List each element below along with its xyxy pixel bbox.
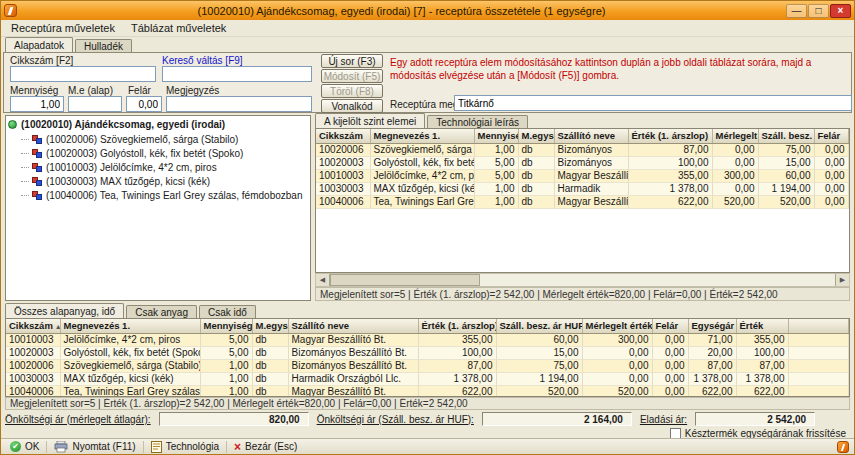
table-cell: Tea, Twinings Earl Grey szálas,	[60, 385, 200, 397]
scrollbar-thumb[interactable]	[330, 274, 480, 286]
table-cell: 0,00	[582, 346, 652, 359]
tab-csak-ido[interactable]: Csak idő	[199, 305, 256, 318]
table-cell: db	[518, 156, 554, 169]
tree-item[interactable]: (10040006) Tea, Twinings Earl Grey szála…	[6, 188, 310, 202]
column-header[interactable]: Érték	[736, 319, 788, 333]
table-row[interactable]: 10020006Szövegkiemelő, sárga (Stabilo)1,…	[316, 143, 850, 156]
column-header[interactable]: Mennyiség	[200, 319, 252, 333]
column-header[interactable]: Felár	[652, 319, 688, 333]
column-header[interactable]: Mérlegelt érték	[582, 319, 652, 333]
tree-item[interactable]: (10020006) Szövegkiemelő, sárga (Stabilo…	[6, 132, 310, 146]
table-row[interactable]: 10020006Szövegkiemelő, sárga (Stabilo)1,…	[6, 359, 849, 372]
modosit-button[interactable]: Módosít (F5)	[321, 69, 383, 83]
kereso-valtas-link[interactable]: Kereső váltás [F9]	[162, 55, 243, 66]
detail-status-text: Megjelenített sor=5 | Érték (1. árszlop)…	[315, 287, 850, 301]
menu-tablazat-muveletek[interactable]: Táblázat műveletek	[124, 21, 233, 35]
receptura-megnevezese-input[interactable]	[454, 95, 852, 111]
column-header[interactable]: Cikkszám	[316, 129, 370, 143]
tab-technologiai-leiras[interactable]: Technológiai leírás	[427, 115, 528, 128]
column-header[interactable]: Mérlegelt	[712, 129, 758, 143]
table-cell: 10030003	[316, 182, 370, 195]
column-header[interactable]: Érték (1. árszlop)	[628, 129, 712, 143]
column-header[interactable]: Megnevezés 1.	[370, 129, 474, 143]
me-input[interactable]	[68, 96, 122, 112]
bezar-button[interactable]: × Bezár (Esc)	[230, 440, 301, 454]
summary-tab-strip: Összes alapanyag, idő Csak anyag Csak id…	[5, 303, 850, 318]
tree-connector	[21, 139, 29, 140]
kereso-input[interactable]	[162, 66, 312, 82]
tray-app-icon[interactable]	[837, 441, 849, 453]
ok-check-icon: ✔	[10, 441, 21, 452]
table-cell: 1,00	[200, 372, 252, 385]
column-header[interactable]: Száll. besz. ár HUF	[496, 319, 582, 333]
ok-label: OK	[25, 441, 39, 452]
column-header[interactable]: Felár	[814, 129, 848, 143]
technologia-button[interactable]: Technológia	[147, 440, 223, 454]
cikkszam-input[interactable]	[10, 66, 156, 82]
table-row[interactable]: 10030003MAX tűzőgép, kicsi (kék)1,00dbHa…	[6, 372, 849, 385]
table-cell: 0,00	[652, 359, 688, 372]
table-cell: Szövegkiemelő, sárga (Stabilo)	[370, 143, 474, 156]
eladasi-ar-value: 2 542,00	[695, 412, 815, 426]
megjegyzes-label: Megjegyzés	[166, 85, 219, 96]
table-row[interactable]: 10010003Jelölőcímke, 4*2 cm, piros5,00db…	[316, 169, 850, 182]
maximize-button[interactable]: □	[808, 4, 829, 18]
column-header[interactable]: Érték (1. árszlop)	[418, 319, 496, 333]
table-cell: Harmadik	[554, 182, 628, 195]
column-header[interactable]: Egységár	[688, 319, 736, 333]
table-cell: 0,00	[652, 333, 688, 346]
horizontal-scrollbar[interactable]: ◀ ▶	[315, 273, 850, 287]
printer-icon	[54, 441, 68, 453]
table-cell: 10020006	[6, 359, 60, 372]
column-header[interactable]: M.egység	[252, 319, 288, 333]
table-cell: 1,00	[474, 182, 518, 195]
close-button[interactable]: ×	[830, 4, 851, 18]
tree-item[interactable]: (10030003) MAX tűzőgép, kicsi (kék)	[6, 174, 310, 188]
table-row[interactable]: 10020003Golyóstoll, kék, fix betét5,00db…	[316, 156, 850, 169]
torol-button[interactable]: Töröl (F8)	[321, 84, 383, 98]
uj-sor-button[interactable]: Új sor (F3)	[321, 54, 383, 68]
column-header[interactable]: Cikkszám ▲	[6, 319, 60, 333]
table-cell: 1 378,00	[736, 372, 788, 385]
table-cell: 1 194,00	[758, 182, 814, 195]
table-row[interactable]: 10030003MAX tűzőgép, kicsi (kék)1,00dbHa…	[316, 182, 850, 195]
tree-root-item[interactable]: (10020010) Ajándékcsomag, egyedi (irodai…	[6, 116, 310, 132]
minimize-button[interactable]: —	[786, 4, 807, 18]
tab-kijelolt-szint-elemei[interactable]: A kijelölt szint elemei	[315, 113, 425, 128]
felar-input[interactable]	[126, 96, 162, 112]
vonalkod-button[interactable]: Vonalkód	[321, 99, 383, 113]
table-cell: 87,00	[848, 143, 850, 156]
menu-receptura-muveletek[interactable]: Receptúra műveletek	[4, 21, 122, 35]
column-header[interactable]: Megnevezés 1.	[60, 319, 200, 333]
tab-osszes-alapanyag-ido[interactable]: Összes alapanyag, idő	[5, 303, 124, 318]
mennyiseg-input[interactable]	[10, 96, 64, 112]
column-header[interactable]: Mennyiség	[474, 129, 518, 143]
column-header[interactable]: M.egység	[518, 129, 554, 143]
tab-hulladek[interactable]: Hulladék	[75, 39, 132, 52]
megjegyzes-input[interactable]	[166, 96, 312, 112]
tab-csak-anyag[interactable]: Csak anyag	[126, 305, 197, 318]
column-header[interactable]: Szállító neve	[288, 319, 418, 333]
table-row[interactable]: 10020003Golyóstoll, kék, fix betét (Spok…	[6, 346, 849, 359]
table-cell: MAX tűzőgép, kicsi (kék)	[370, 182, 474, 195]
table-row[interactable]: 10040006Tea, Twinings Earl Grey szálas,1…	[6, 385, 849, 397]
scroll-left-icon[interactable]: ◀	[316, 274, 330, 286]
table-row[interactable]: 10040006Tea, Twinings Earl Grey szálas,1…	[316, 195, 850, 208]
tab-alapadatok[interactable]: Alapadatok	[5, 37, 73, 52]
felar-label: Felár	[128, 85, 151, 96]
nyomtat-button[interactable]: Nyomtat (F11)	[50, 440, 139, 454]
table-cell: 1 378,00	[688, 372, 736, 385]
table-row[interactable]: 10010003Jelölőcímke, 4*2 cm, piros5,00db…	[6, 333, 849, 346]
table-cell: db	[252, 359, 288, 372]
tree-item-label: (10020003) Golyóstoll, kék, fix betét (S…	[46, 148, 243, 159]
tree-item[interactable]: (10020003) Golyóstoll, kék, fix betét (S…	[6, 146, 310, 160]
tree-children: (10020006) Szövegkiemelő, sárga (Stabilo…	[6, 132, 310, 202]
column-header[interactable]: Szállító neve	[554, 129, 628, 143]
column-header[interactable]: Száll. besz. ár	[758, 129, 814, 143]
tree-item[interactable]: (10010003) Jelölőcímke, 4*2 cm, piros	[6, 160, 310, 174]
table-cell: 5,00	[474, 169, 518, 182]
table-cell: 355,00	[418, 333, 496, 346]
scroll-right-icon[interactable]: ▶	[835, 274, 849, 286]
column-header[interactable]: Egységár	[848, 129, 850, 143]
component-icon	[32, 162, 43, 173]
